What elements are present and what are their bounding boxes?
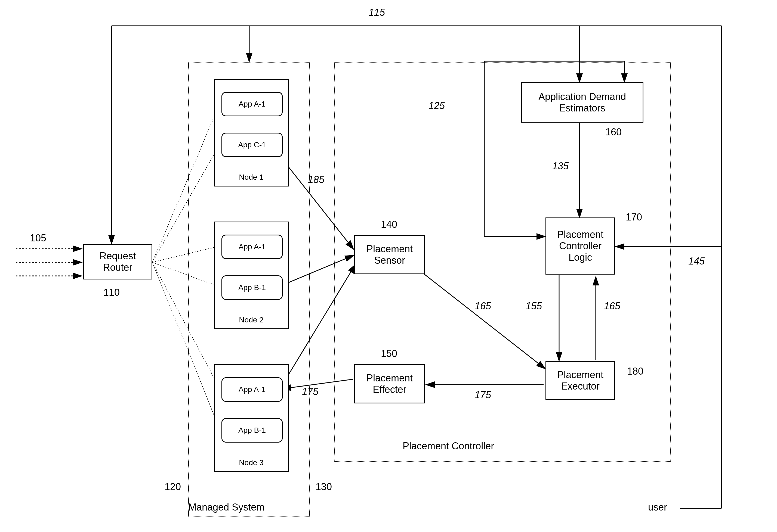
node2-box: App A-1 App B-1 Node 2 xyxy=(214,222,289,329)
request-router-label: Request Router xyxy=(99,250,136,273)
placement-sensor-box: Placement Sensor xyxy=(354,235,425,274)
placement-controller-logic-box: Placement Controller Logic xyxy=(546,218,615,275)
label-120: 120 xyxy=(164,481,181,493)
node1-app-a1: App A-1 xyxy=(221,92,283,116)
request-router-box: Request Router xyxy=(83,244,152,279)
label-105: 105 xyxy=(30,233,46,244)
node1-box: App A-1 App C-1 Node 1 xyxy=(214,79,289,186)
label-145: 145 xyxy=(688,256,705,267)
node2-app-b1: App B-1 xyxy=(221,275,283,300)
placement-sensor-label: Placement Sensor xyxy=(366,243,413,266)
placement-effecter-label: Placement Effecter xyxy=(366,372,413,395)
node3-app-a1: App A-1 xyxy=(221,377,283,402)
node3-app-b1: App B-1 xyxy=(221,418,283,442)
placement-controller-logic-label: Placement Controller Logic xyxy=(557,229,603,263)
node1-label: Node 1 xyxy=(215,173,288,181)
label-165a: 165 xyxy=(475,300,491,312)
node3-box: App A-1 App B-1 Node 3 xyxy=(214,364,289,472)
placement-effecter-box: Placement Effecter xyxy=(354,364,425,403)
label-155: 155 xyxy=(526,300,542,312)
node1-app-c1: App C-1 xyxy=(221,133,283,157)
label-130: 130 xyxy=(316,481,332,493)
placement-executor-box: Placement Executor xyxy=(546,361,615,400)
label-165b: 165 xyxy=(604,300,620,312)
label-140: 140 xyxy=(381,219,397,230)
label-185: 185 xyxy=(308,174,324,185)
label-160: 160 xyxy=(605,126,622,138)
app-demand-est-label: Application Demand Estimators xyxy=(538,91,626,114)
label-110: 110 xyxy=(103,287,120,298)
node2-label: Node 2 xyxy=(215,315,288,324)
label-175a: 175 xyxy=(302,386,318,397)
placement-executor-label: Placement Executor xyxy=(557,369,603,392)
label-placement-controller: Placement Controller xyxy=(403,440,494,452)
label-125: 125 xyxy=(429,100,445,112)
label-115: 115 xyxy=(369,7,385,18)
app-demand-est-box: Application Demand Estimators xyxy=(521,82,643,123)
node3-label: Node 3 xyxy=(215,458,288,467)
label-135: 135 xyxy=(552,160,569,172)
label-user: user xyxy=(648,502,667,513)
label-170: 170 xyxy=(626,212,642,223)
label-175b: 175 xyxy=(475,389,491,401)
label-180: 180 xyxy=(627,366,643,377)
label-managed-system: Managed System xyxy=(188,502,264,513)
node2-app-a1: App A-1 xyxy=(221,235,283,259)
diagram-container: Request Router App A-1 App C-1 Node 1 Ap… xyxy=(0,0,777,532)
label-150: 150 xyxy=(381,348,397,359)
